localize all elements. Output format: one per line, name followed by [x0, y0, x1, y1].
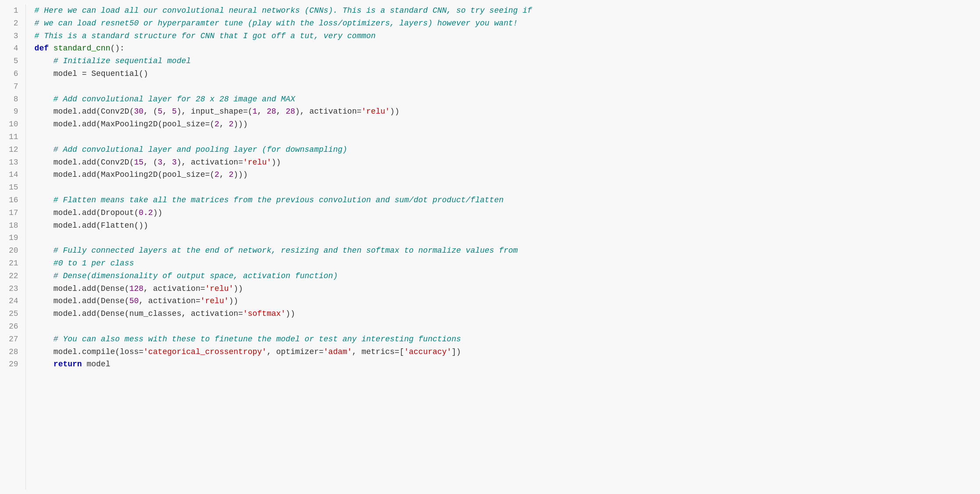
code-line: #0 to 1 per class [35, 257, 971, 270]
code-line: model.add(Dropout(0.2)) [35, 207, 971, 219]
normal-token: , ( [143, 107, 157, 116]
normal-token: ))) [233, 170, 247, 179]
code-line: model.add(Dense(50, activation='relu')) [35, 295, 971, 308]
number-token: 5 [172, 107, 177, 116]
line-number: 15 [9, 181, 18, 194]
line-number: 20 [9, 244, 18, 257]
normal-token: model.add(Conv2D( [35, 107, 134, 116]
line-number: 14 [9, 168, 18, 181]
comment-token: # Initialize sequential model [54, 57, 191, 65]
line-number: 23 [9, 283, 18, 295]
normal-token: , [219, 170, 229, 179]
normal-token [35, 145, 54, 154]
string-token: 'adam' [324, 347, 352, 356]
normal-token: , [219, 120, 229, 129]
string-token: 'relu' [243, 158, 272, 167]
normal-token: , activation= [139, 297, 200, 305]
comment-token: # Add convolutional layer for 28 x 28 im… [54, 95, 295, 104]
number-token: 2 [215, 120, 219, 129]
string-token: 'relu' [205, 284, 234, 293]
line-number: 25 [9, 308, 18, 320]
line-number: 19 [9, 232, 18, 244]
number-token: 50 [129, 297, 139, 305]
normal-token: (): [110, 44, 124, 53]
code-line: model = Sequential() [35, 68, 971, 80]
line-number: 22 [9, 270, 18, 283]
normal-token: model [82, 360, 111, 369]
normal-token: model.add(Dense(num_classes, activation= [35, 309, 243, 318]
line-number: 18 [9, 219, 18, 232]
normal-token: model.add(Dropout( [35, 208, 139, 217]
line-number: 28 [9, 346, 18, 358]
code-line [35, 232, 971, 244]
code-line: # This is a standard structure for CNN t… [35, 30, 971, 43]
line-number: 4 [9, 42, 18, 55]
code-line: model.add(Dense(num_classes, activation=… [35, 308, 971, 320]
code-line: # Add convolutional layer and pooling la… [35, 143, 971, 156]
normal-token: ), activation= [295, 107, 361, 116]
code-line: # Flatten means take all the matrices fr… [35, 194, 971, 207]
keyword-token: def [35, 44, 49, 53]
normal-token: , ( [143, 158, 157, 167]
normal-token: , metrics=[ [352, 347, 404, 356]
number-token: 30 [134, 107, 143, 116]
normal-token: )) [272, 158, 281, 167]
line-number: 6 [9, 68, 18, 80]
code-line: # You can also mess with these to finetu… [35, 333, 971, 346]
normal-token: model = Sequential() [35, 69, 148, 78]
number-token: 2 [229, 170, 234, 179]
normal-token: model.compile(loss= [35, 347, 143, 356]
code-line: # Add convolutional layer for 28 x 28 im… [35, 93, 971, 106]
comment-token: # Here we can load all our convolutional… [35, 6, 532, 15]
code-line: # Fully connected layers at the end of n… [35, 244, 971, 257]
normal-token: )) [233, 284, 243, 293]
normal-token [35, 246, 54, 255]
code-content[interactable]: # Here we can load all our convolutional… [26, 4, 980, 490]
normal-token: model.add(Flatten()) [35, 221, 148, 230]
code-line: model.add(Conv2D(15, (3, 3), activation=… [35, 156, 971, 169]
normal-token: model.add(MaxPooling2D(pool_size=( [35, 120, 215, 129]
code-line: model.add(MaxPooling2D(pool_size=(2, 2))… [35, 168, 971, 181]
number-token: 28 [267, 107, 276, 116]
line-number: 27 [9, 333, 18, 346]
comment-token: # Dense(dimensionality of output space, … [54, 272, 338, 280]
number-token: 2 [215, 170, 219, 179]
number-token: 0.2 [139, 208, 153, 217]
normal-token: ), activation= [177, 158, 243, 167]
line-number: 3 [9, 30, 18, 43]
normal-token [35, 272, 54, 280]
normal-token: , optimizer= [267, 347, 324, 356]
string-token: 'softmax' [243, 309, 286, 318]
line-number: 29 [9, 358, 18, 371]
code-line: model.add(Conv2D(30, (5, 5), input_shape… [35, 105, 971, 118]
number-token: 3 [172, 158, 177, 167]
code-line: model.compile(loss='categorical_crossent… [35, 346, 971, 358]
code-line: model.add(MaxPooling2D(pool_size=(2, 2))… [35, 118, 971, 131]
code-line: # Dense(dimensionality of output space, … [35, 270, 971, 283]
normal-token [35, 259, 54, 268]
code-line [35, 181, 971, 194]
string-token: 'relu' [200, 297, 229, 305]
comment-token: # we can load resnet50 or hyperparamter … [35, 19, 518, 28]
normal-token: model.add(Dense( [35, 297, 129, 305]
comment-token: # Add convolutional layer and pooling la… [54, 145, 347, 154]
normal-token [49, 44, 54, 53]
line-number: 24 [9, 295, 18, 308]
normal-token: )) [286, 309, 295, 318]
number-token: 15 [134, 158, 143, 167]
function-name-token: standard_cnn [54, 44, 111, 53]
line-number: 12 [9, 143, 18, 156]
code-line: # Initialize sequential model [35, 55, 971, 68]
normal-token [35, 57, 54, 65]
line-number: 21 [9, 257, 18, 270]
number-token: 1 [253, 107, 258, 116]
number-token: 28 [286, 107, 295, 116]
code-line: model.add(Flatten()) [35, 219, 971, 232]
normal-token: , [276, 107, 286, 116]
normal-token: , activation= [143, 284, 205, 293]
line-number: 26 [9, 320, 18, 333]
line-number: 11 [9, 131, 18, 143]
line-number: 17 [9, 207, 18, 219]
line-number: 16 [9, 194, 18, 207]
normal-token: ))) [233, 120, 247, 129]
